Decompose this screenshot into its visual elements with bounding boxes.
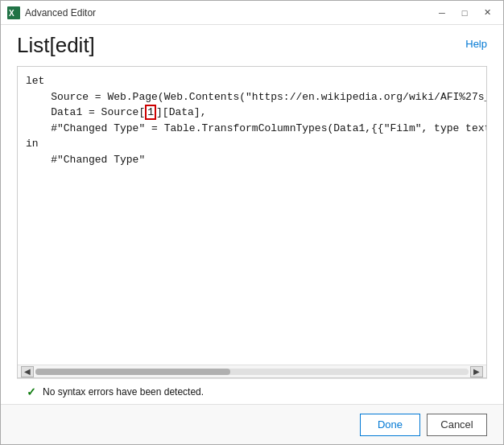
page-title: List[edit] xyxy=(17,33,95,58)
code-editor[interactable]: let Source = Web.Page(Web.Contents("http… xyxy=(18,67,486,365)
code-line-3: Data1 = Source[1][Data], xyxy=(26,105,206,120)
window-title: Advanced Editor xyxy=(25,7,432,19)
main-content: List[edit] Help let Source = Web.Page(We… xyxy=(1,25,503,404)
footer: Done Cancel xyxy=(1,404,503,444)
window-controls: ─ □ ✕ xyxy=(432,5,497,21)
titlebar: X Advanced Editor ─ □ ✕ xyxy=(1,1,503,25)
close-button[interactable]: ✕ xyxy=(477,5,497,21)
advanced-editor-window: X Advanced Editor ─ □ ✕ List[edit] Help … xyxy=(0,0,504,445)
status-bar: ✓ No syntax errors have been detected. xyxy=(17,378,487,404)
code-line-1: let xyxy=(26,75,44,87)
highlighted-index: 1 xyxy=(145,105,156,120)
code-line-5: in xyxy=(26,138,39,150)
editor-container[interactable]: let Source = Web.Page(Web.Contents("http… xyxy=(17,66,487,378)
scrollbar-thumb[interactable] xyxy=(35,369,230,375)
scroll-right-button[interactable]: ▶ xyxy=(470,366,483,377)
status-message: No syntax errors have been detected. xyxy=(43,386,204,398)
excel-icon: X xyxy=(7,6,20,19)
header-row: List[edit] Help xyxy=(17,33,487,58)
svg-text:X: X xyxy=(9,9,14,18)
code-line-4: #"Changed Type" = Table.TransformColumnT… xyxy=(26,122,486,134)
help-link[interactable]: Help xyxy=(465,38,487,50)
scroll-left-button[interactable]: ◀ xyxy=(21,366,34,377)
cancel-button[interactable]: Cancel xyxy=(427,414,487,436)
code-line-2: Source = Web.Page(Web.Contents("https://… xyxy=(26,91,486,103)
check-icon: ✓ xyxy=(25,385,38,398)
minimize-button[interactable]: ─ xyxy=(432,5,452,21)
scrollbar-track[interactable] xyxy=(35,369,469,375)
horizontal-scrollbar[interactable]: ◀ ▶ xyxy=(18,365,486,377)
maximize-button[interactable]: □ xyxy=(455,5,474,21)
code-line-6: #"Changed Type" xyxy=(26,154,145,166)
done-button[interactable]: Done xyxy=(360,414,420,436)
